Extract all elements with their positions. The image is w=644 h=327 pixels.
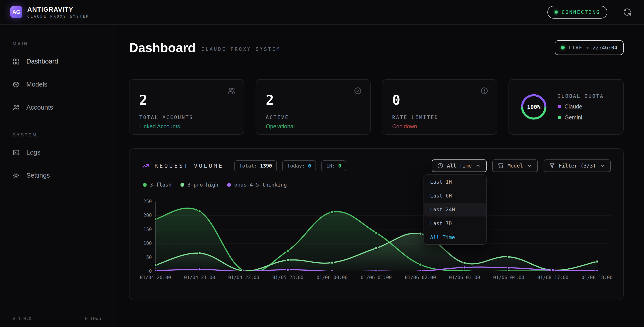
y-tick-label: 250	[143, 199, 152, 204]
sidebar-section-system: SYSTEM	[12, 132, 114, 138]
archive-box-icon	[498, 162, 504, 169]
sidebar-section-main: MAIN	[12, 41, 114, 46]
chart-title: REQUEST VOLUME	[154, 162, 224, 169]
alert-circle-icon	[480, 87, 488, 96]
live-label: LIVE	[569, 45, 583, 50]
stat-sublabel: Linked Accounts	[139, 123, 234, 130]
users-icon	[12, 104, 20, 111]
funnel-icon	[549, 162, 555, 169]
cube-icon	[12, 81, 20, 88]
dropdown-item-all-time[interactable]: All Time	[424, 230, 486, 244]
sidebar-item-label: Settings	[26, 172, 50, 179]
connection-status-badge: CONNECTING	[548, 6, 607, 18]
stat-value: 0	[392, 92, 487, 108]
page-subtitle: CLAUDE PROXY SYSTEM	[202, 46, 281, 52]
x-tick-label: 01/04 21:00	[184, 275, 215, 280]
quota-item-claude: Claude	[558, 103, 604, 110]
legend-item-3-flash[interactable]: 3-flash	[143, 182, 172, 188]
x-tick-label: 01/06 04:00	[493, 275, 524, 280]
github-link[interactable]: GitHub	[85, 316, 101, 321]
stat-card-active: 2 ACTIVE Operational	[256, 79, 371, 135]
x-tick-label: 01/06 02:00	[405, 275, 436, 280]
legend-dot-icon	[180, 183, 184, 187]
badge-value: 1390	[260, 163, 272, 169]
sidebar-item-label: Accounts	[26, 104, 53, 111]
model-button[interactable]: Model	[492, 160, 538, 172]
time-range-dropdown: Last 1H Last 6H Last 24H Last 7D All Tim…	[424, 174, 486, 245]
y-tick-label: 100	[143, 241, 152, 246]
legend-label: 3-flash	[150, 182, 172, 188]
dropdown-item-last-24h[interactable]: Last 24H	[424, 203, 486, 216]
legend-label: opus-4-5-thinking	[234, 182, 287, 188]
y-tick-label: 150	[143, 227, 152, 232]
request-volume-card: REQUEST VOLUME Total: 1390 Today: 0 1H: …	[129, 148, 624, 300]
x-tick-label: 01/06 03:00	[449, 275, 480, 280]
legend-item-opus-4-5-thinking[interactable]: opus-4-5-thinking	[227, 182, 287, 188]
quota-label: GLOBAL QUOTA	[558, 93, 604, 99]
stat-label: ACTIVE	[266, 114, 361, 120]
x-tick-label: 01/06 01:00	[361, 275, 392, 280]
time-range-button[interactable]: All Time	[432, 160, 486, 172]
legend-item-3-pro-high[interactable]: 3-pro-high	[180, 182, 218, 188]
one-hour-badge: 1H: 0	[321, 160, 346, 171]
quota-percent: 100%	[527, 104, 540, 110]
y-tick-label: 200	[143, 213, 152, 218]
badge-label: Today:	[287, 163, 305, 169]
badge-value: 0	[338, 163, 341, 169]
sidebar-item-logs[interactable]: Logs	[0, 143, 114, 162]
x-tick-label: 01/08 17:00	[537, 275, 568, 280]
chart-legend: 3-flash3-pro-highopus-4-5-thinking	[143, 182, 611, 188]
y-tick-label: 0	[149, 268, 152, 274]
clock-icon	[437, 162, 444, 169]
users-icon	[228, 87, 236, 96]
sidebar-item-models[interactable]: Models	[0, 76, 114, 94]
y-axis-labels: 050100150200250	[142, 202, 156, 271]
chevron-up-icon	[476, 163, 481, 169]
x-tick-label: 01/04 22:00	[228, 275, 259, 280]
model-button-label: Model	[508, 163, 523, 169]
stat-sublabel: Operational	[266, 123, 361, 130]
sidebar-item-accounts[interactable]: Accounts	[0, 98, 114, 116]
request-volume-chart	[156, 202, 611, 271]
stat-card-global-quota: 100% GLOBAL QUOTA Claude Gemini	[508, 79, 624, 135]
chevron-down-icon	[526, 163, 532, 169]
gemini-dot-icon	[558, 116, 561, 119]
check-circle-icon	[354, 87, 362, 96]
quota-item-gemini: Gemini	[558, 114, 604, 121]
stat-label: TOTAL ACCOUNTS	[139, 114, 234, 120]
dropdown-item-last-1h[interactable]: Last 1H	[424, 175, 486, 189]
header-divider	[615, 7, 616, 18]
separator-dot-icon	[586, 47, 588, 49]
connection-status-label: CONNECTING	[562, 10, 600, 15]
x-axis-labels: 01/04 20:0001/04 21:0001/04 22:0001/05 2…	[156, 275, 611, 284]
quota-item-label: Gemini	[564, 114, 582, 121]
badge-value: 0	[308, 163, 311, 169]
time-range-label: All Time	[447, 163, 472, 169]
sidebar-item-dashboard[interactable]: Dashboard	[0, 52, 114, 70]
sidebar-item-label: Models	[26, 81, 48, 88]
x-tick-label: 01/05 23:00	[272, 275, 304, 280]
dropdown-item-last-7d[interactable]: Last 7D	[424, 216, 486, 230]
sidebar: MAIN Dashboard Models Ac	[0, 24, 114, 327]
refresh-icon	[623, 8, 632, 16]
chevron-down-icon	[600, 163, 605, 169]
sidebar-item-settings[interactable]: Settings	[0, 166, 114, 184]
page-title: Dashboard	[129, 40, 196, 55]
stats-row: 2 TOTAL ACCOUNTS Linked Accounts 2 ACTIV…	[129, 79, 624, 135]
badge-label: Total:	[239, 163, 257, 169]
brand-title: ANTIGRAVITY	[27, 6, 90, 13]
refresh-button[interactable]	[623, 8, 632, 16]
app-header: AG ANTIGRAVITY CLAUDE PROXY SYSTEM CONNE…	[0, 0, 644, 24]
stat-card-rate-limited: 0 RATE LIMITED Cooldown	[382, 79, 497, 135]
claude-dot-icon	[558, 105, 561, 108]
badge-label: 1H:	[326, 163, 335, 169]
filter-button-label: Filter (3/3)	[559, 163, 596, 169]
filter-button[interactable]: Filter (3/3)	[544, 160, 611, 172]
app-logo: AG	[10, 6, 22, 18]
stat-value: 2	[139, 92, 234, 108]
gear-icon	[12, 172, 20, 179]
chart-plot-area	[156, 202, 611, 271]
today-badge: Today: 0	[282, 160, 316, 171]
legend-dot-icon	[227, 183, 231, 187]
dropdown-item-last-6h[interactable]: Last 6H	[424, 189, 486, 203]
